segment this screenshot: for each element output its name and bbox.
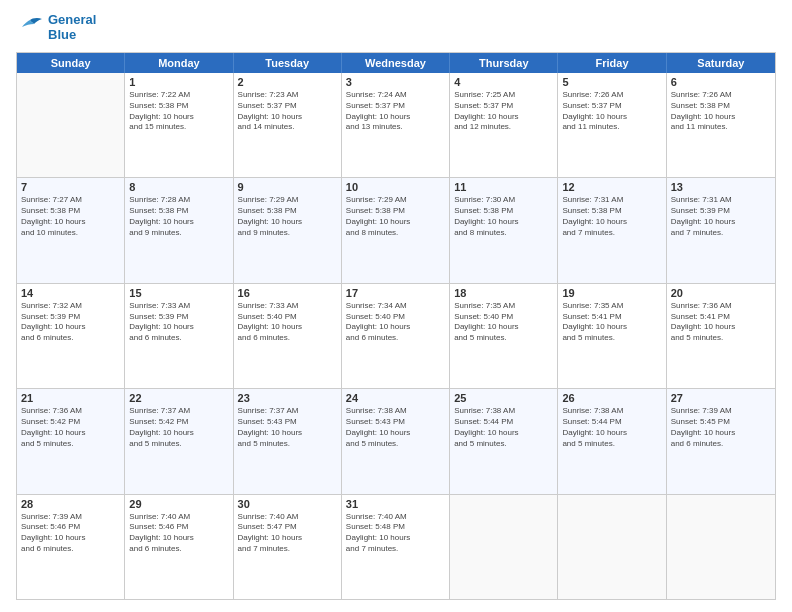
day-info: Sunrise: 7:34 AM Sunset: 5:40 PM Dayligh… [346,301,445,344]
day-info: Sunrise: 7:31 AM Sunset: 5:39 PM Dayligh… [671,195,771,238]
calendar-cell-3-5: 18Sunrise: 7:35 AM Sunset: 5:40 PM Dayli… [450,284,558,388]
day-number: 18 [454,287,553,299]
weekday-header-sunday: Sunday [17,53,125,73]
day-info: Sunrise: 7:27 AM Sunset: 5:38 PM Dayligh… [21,195,120,238]
day-info: Sunrise: 7:33 AM Sunset: 5:39 PM Dayligh… [129,301,228,344]
day-info: Sunrise: 7:29 AM Sunset: 5:38 PM Dayligh… [346,195,445,238]
calendar: SundayMondayTuesdayWednesdayThursdayFrid… [16,52,776,600]
day-number: 19 [562,287,661,299]
day-number: 8 [129,181,228,193]
day-number: 27 [671,392,771,404]
calendar-cell-3-2: 15Sunrise: 7:33 AM Sunset: 5:39 PM Dayli… [125,284,233,388]
calendar-row-2: 7Sunrise: 7:27 AM Sunset: 5:38 PM Daylig… [17,178,775,283]
day-number: 4 [454,76,553,88]
day-number: 10 [346,181,445,193]
day-info: Sunrise: 7:31 AM Sunset: 5:38 PM Dayligh… [562,195,661,238]
calendar-header: SundayMondayTuesdayWednesdayThursdayFrid… [17,53,775,73]
calendar-cell-4-7: 27Sunrise: 7:39 AM Sunset: 5:45 PM Dayli… [667,389,775,493]
day-info: Sunrise: 7:26 AM Sunset: 5:37 PM Dayligh… [562,90,661,133]
weekday-header-friday: Friday [558,53,666,73]
day-number: 28 [21,498,120,510]
calendar-cell-2-1: 7Sunrise: 7:27 AM Sunset: 5:38 PM Daylig… [17,178,125,282]
weekday-header-monday: Monday [125,53,233,73]
weekday-header-thursday: Thursday [450,53,558,73]
calendar-cell-4-6: 26Sunrise: 7:38 AM Sunset: 5:44 PM Dayli… [558,389,666,493]
calendar-row-5: 28Sunrise: 7:39 AM Sunset: 5:46 PM Dayli… [17,495,775,599]
day-info: Sunrise: 7:35 AM Sunset: 5:40 PM Dayligh… [454,301,553,344]
day-number: 14 [21,287,120,299]
calendar-cell-5-4: 31Sunrise: 7:40 AM Sunset: 5:48 PM Dayli… [342,495,450,599]
calendar-cell-3-3: 16Sunrise: 7:33 AM Sunset: 5:40 PM Dayli… [234,284,342,388]
day-number: 26 [562,392,661,404]
day-info: Sunrise: 7:22 AM Sunset: 5:38 PM Dayligh… [129,90,228,133]
logo-text: General Blue [48,12,96,42]
day-number: 11 [454,181,553,193]
calendar-cell-1-5: 4Sunrise: 7:25 AM Sunset: 5:37 PM Daylig… [450,73,558,177]
logo-icon [16,16,44,38]
calendar-cell-1-4: 3Sunrise: 7:24 AM Sunset: 5:37 PM Daylig… [342,73,450,177]
logo: General Blue [16,12,96,42]
day-number: 9 [238,181,337,193]
calendar-cell-2-7: 13Sunrise: 7:31 AM Sunset: 5:39 PM Dayli… [667,178,775,282]
calendar-cell-2-5: 11Sunrise: 7:30 AM Sunset: 5:38 PM Dayli… [450,178,558,282]
calendar-row-3: 14Sunrise: 7:32 AM Sunset: 5:39 PM Dayli… [17,284,775,389]
day-number: 20 [671,287,771,299]
day-number: 29 [129,498,228,510]
day-number: 31 [346,498,445,510]
day-info: Sunrise: 7:37 AM Sunset: 5:42 PM Dayligh… [129,406,228,449]
day-number: 17 [346,287,445,299]
day-number: 16 [238,287,337,299]
calendar-cell-4-4: 24Sunrise: 7:38 AM Sunset: 5:43 PM Dayli… [342,389,450,493]
day-number: 2 [238,76,337,88]
calendar-cell-5-2: 29Sunrise: 7:40 AM Sunset: 5:46 PM Dayli… [125,495,233,599]
day-number: 30 [238,498,337,510]
calendar-cell-2-2: 8Sunrise: 7:28 AM Sunset: 5:38 PM Daylig… [125,178,233,282]
day-info: Sunrise: 7:32 AM Sunset: 5:39 PM Dayligh… [21,301,120,344]
calendar-cell-3-4: 17Sunrise: 7:34 AM Sunset: 5:40 PM Dayli… [342,284,450,388]
day-info: Sunrise: 7:29 AM Sunset: 5:38 PM Dayligh… [238,195,337,238]
page: General Blue SundayMondayTuesdayWednesda… [0,0,792,612]
day-number: 13 [671,181,771,193]
day-number: 12 [562,181,661,193]
day-info: Sunrise: 7:38 AM Sunset: 5:43 PM Dayligh… [346,406,445,449]
calendar-cell-5-5 [450,495,558,599]
day-info: Sunrise: 7:24 AM Sunset: 5:37 PM Dayligh… [346,90,445,133]
day-info: Sunrise: 7:35 AM Sunset: 5:41 PM Dayligh… [562,301,661,344]
day-info: Sunrise: 7:23 AM Sunset: 5:37 PM Dayligh… [238,90,337,133]
day-info: Sunrise: 7:40 AM Sunset: 5:47 PM Dayligh… [238,512,337,555]
calendar-cell-3-7: 20Sunrise: 7:36 AM Sunset: 5:41 PM Dayli… [667,284,775,388]
day-number: 15 [129,287,228,299]
calendar-cell-4-3: 23Sunrise: 7:37 AM Sunset: 5:43 PM Dayli… [234,389,342,493]
calendar-cell-5-1: 28Sunrise: 7:39 AM Sunset: 5:46 PM Dayli… [17,495,125,599]
day-info: Sunrise: 7:37 AM Sunset: 5:43 PM Dayligh… [238,406,337,449]
day-info: Sunrise: 7:33 AM Sunset: 5:40 PM Dayligh… [238,301,337,344]
calendar-cell-1-3: 2Sunrise: 7:23 AM Sunset: 5:37 PM Daylig… [234,73,342,177]
day-number: 21 [21,392,120,404]
day-number: 23 [238,392,337,404]
calendar-cell-1-2: 1Sunrise: 7:22 AM Sunset: 5:38 PM Daylig… [125,73,233,177]
day-number: 25 [454,392,553,404]
calendar-cell-1-7: 6Sunrise: 7:26 AM Sunset: 5:38 PM Daylig… [667,73,775,177]
day-info: Sunrise: 7:38 AM Sunset: 5:44 PM Dayligh… [562,406,661,449]
day-info: Sunrise: 7:40 AM Sunset: 5:48 PM Dayligh… [346,512,445,555]
day-number: 24 [346,392,445,404]
day-number: 5 [562,76,661,88]
calendar-cell-1-6: 5Sunrise: 7:26 AM Sunset: 5:37 PM Daylig… [558,73,666,177]
day-info: Sunrise: 7:40 AM Sunset: 5:46 PM Dayligh… [129,512,228,555]
weekday-header-tuesday: Tuesday [234,53,342,73]
calendar-cell-2-6: 12Sunrise: 7:31 AM Sunset: 5:38 PM Dayli… [558,178,666,282]
calendar-row-4: 21Sunrise: 7:36 AM Sunset: 5:42 PM Dayli… [17,389,775,494]
day-info: Sunrise: 7:30 AM Sunset: 5:38 PM Dayligh… [454,195,553,238]
calendar-cell-5-6 [558,495,666,599]
weekday-header-wednesday: Wednesday [342,53,450,73]
calendar-cell-1-1 [17,73,125,177]
weekday-header-saturday: Saturday [667,53,775,73]
day-info: Sunrise: 7:36 AM Sunset: 5:41 PM Dayligh… [671,301,771,344]
header: General Blue [16,12,776,42]
calendar-cell-3-6: 19Sunrise: 7:35 AM Sunset: 5:41 PM Dayli… [558,284,666,388]
day-info: Sunrise: 7:39 AM Sunset: 5:45 PM Dayligh… [671,406,771,449]
day-info: Sunrise: 7:38 AM Sunset: 5:44 PM Dayligh… [454,406,553,449]
calendar-cell-2-4: 10Sunrise: 7:29 AM Sunset: 5:38 PM Dayli… [342,178,450,282]
calendar-cell-3-1: 14Sunrise: 7:32 AM Sunset: 5:39 PM Dayli… [17,284,125,388]
day-number: 3 [346,76,445,88]
